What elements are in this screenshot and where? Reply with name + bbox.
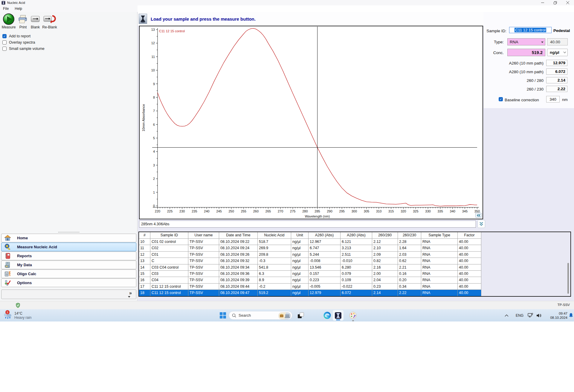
sidebar-item-label: Reports <box>17 254 32 258</box>
table-cell: ng/µl <box>291 258 309 264</box>
small-sample-volume-checkbox[interactable]: Small sample volume <box>2 47 45 51</box>
table-header-cell: A260 (Abs) <box>309 232 341 239</box>
sidebar-item-reports[interactable]: Reports <box>1 252 136 260</box>
volume-icon[interactable] <box>536 309 542 321</box>
sidebar-item-my-data[interactable]: My Data <box>1 261 136 269</box>
type-dropdown[interactable]: RNA <box>507 38 545 45</box>
sample-id-input[interactable]: C11 12 15 control <box>509 27 552 33</box>
table-cell: 6.3 <box>258 271 291 277</box>
spectrum-plot[interactable]: 2202252302352402452502552602652702752802… <box>140 26 483 219</box>
table-cell: C <box>150 258 188 264</box>
menu-file[interactable]: File <box>0 7 12 11</box>
unit-dropdown[interactable]: ng/µl <box>547 49 568 56</box>
table-header-cell: Sample Type <box>421 232 458 239</box>
edge-browser-icon[interactable] <box>323 312 331 319</box>
app-pedestal-icon <box>1 1 5 5</box>
svg-text:2: 2 <box>153 177 155 180</box>
clock[interactable]: 09:4708.10.2024 <box>548 309 567 321</box>
add-to-report-checkbox[interactable]: Add to report <box>2 34 30 38</box>
factor-field[interactable]: 40.00 <box>547 38 568 45</box>
restore-button[interactable] <box>549 0 561 5</box>
baseline-correction-checkbox[interactable] <box>499 97 505 101</box>
close-button[interactable] <box>561 0 574 5</box>
sidebar-item-oligo-calc[interactable]: Oligo Calc <box>1 270 136 278</box>
table-row[interactable]: 17C11 12 15 controlTP-SSV08.10.2024 09:4… <box>139 284 570 290</box>
baseline-wavelength-field[interactable]: 340 <box>546 96 560 102</box>
unit-value: ng/µl <box>550 50 559 55</box>
search-input[interactable]: Search <box>229 311 292 320</box>
sidebar-item-home[interactable]: Home <box>1 234 136 242</box>
table-cell: 5.244 <box>309 252 341 258</box>
results-table-grid: #Sample IDUser nameDate and TimeNucleic … <box>139 232 570 296</box>
print-button[interactable]: Print <box>17 13 29 29</box>
sidebar-item-label: Oligo Calc <box>17 272 36 276</box>
svg-text:9: 9 <box>153 82 155 86</box>
measure-button[interactable]: Measure <box>1 13 17 29</box>
left-panel: Measure Print Blank <box>0 12 138 301</box>
pedestal-photo-icon <box>139 14 147 24</box>
svg-text:290: 290 <box>327 209 332 213</box>
sidebar-nav: Home Measure Nucleic Acid <box>0 233 138 287</box>
table-cell: 2.28 <box>398 239 421 245</box>
menu-bar: File Help <box>0 5 138 12</box>
minimize-button[interactable] <box>536 0 549 5</box>
weather-widget[interactable]: 1 14°C Heavy rain <box>2 310 47 321</box>
table-row[interactable]: 11C02TP-SSV08.10.2024 09:24269.9ng/µl6.7… <box>139 245 570 251</box>
overlay-spectra-checkbox[interactable]: Overlay spectra <box>2 40 35 45</box>
paint-app-icon[interactable] <box>349 312 357 319</box>
table-cell: 0.157 <box>309 271 341 277</box>
file-cabinet-icon <box>4 261 11 269</box>
results-table: #Sample IDUser nameDate and TimeNucleic … <box>138 232 571 297</box>
table-scrollbar[interactable] <box>567 263 569 294</box>
table-expand-button[interactable] <box>477 220 485 228</box>
table-cell: TP-SSV <box>188 290 219 296</box>
sidebar-item-measure-nucleic-acid[interactable]: Measure Nucleic Acid <box>1 243 136 251</box>
tray-chevron-up[interactable] <box>505 309 509 321</box>
printer-icon <box>18 13 28 25</box>
notification-bell-icon[interactable] <box>569 309 573 321</box>
table-header-cell: # <box>139 232 150 239</box>
a260-label: A260 (10 mm path) <box>478 61 544 65</box>
concentration-field[interactable]: 519.2 <box>507 49 545 56</box>
cursor-readout-text: 285nm 4.306Abs <box>141 222 170 226</box>
table-row[interactable]: 15C03TP-SSV08.10.2024 09:366.3ng/µl0.157… <box>139 271 570 277</box>
blank-button[interactable]: Blank <box>30 13 41 29</box>
sidebar-item-label: Home <box>17 236 28 240</box>
table-cell: 08.10.2024 09:34 <box>219 264 258 271</box>
table-row[interactable]: 13CTP-SSV08.10.2024 09:32-0.3ng/µl-0.008… <box>139 258 570 264</box>
menu-help[interactable]: Help <box>12 7 25 11</box>
sidebar-collapse-button[interactable]: » <box>1 290 136 299</box>
sidebar-item-options[interactable]: Options <box>1 278 136 287</box>
table-cell: 11 <box>139 245 150 251</box>
rain-cloud-icon: 1 <box>2 310 13 321</box>
language-indicator[interactable]: ENG <box>516 309 523 321</box>
svg-text:250: 250 <box>229 209 234 213</box>
reblank-button[interactable]: Re-Blank <box>42 13 58 29</box>
table-row[interactable]: 10C01 02 controlTP-SSV08.10.2024 09:2251… <box>139 239 570 245</box>
table-row[interactable]: 16C04TP-SSV08.10.2024 09:398.9ng/µl0.223… <box>139 277 570 283</box>
table-cell: C03 C04 control <box>150 264 188 271</box>
table-row[interactable]: 12C01TP-SSV08.10.2024 09:26209.8ng/µl5.2… <box>139 252 570 258</box>
network-icon[interactable] <box>528 309 534 321</box>
double-chevron-down-icon <box>479 222 483 226</box>
table-cell: 08.10.2024 09:22 <box>219 239 258 245</box>
table-cell: 2.09 <box>372 252 398 258</box>
table-cell: 08.10.2024 09:24 <box>219 245 258 251</box>
spectrum-chart[interactable]: 2202252302352402452502552602652702752802… <box>139 26 483 219</box>
nucleic-acid-app-taskbar-icon[interactable] <box>333 310 344 321</box>
table-cell: 08.10.2024 09:47 <box>219 290 258 296</box>
start-button[interactable] <box>220 312 226 318</box>
table-cell: 2.04 <box>372 277 398 283</box>
table-row[interactable]: 14C03 C04 controlTP-SSV08.10.2024 09:345… <box>139 264 570 271</box>
blank-label: Blank <box>31 25 40 29</box>
table-cell: ng/µl <box>291 245 309 251</box>
conc-label: Conc. <box>484 50 504 55</box>
table-header-cell: A280 (Abs) <box>341 232 372 239</box>
table-row[interactable]: 18C11 12 15 controlTP-SSV08.10.2024 09:4… <box>139 290 570 296</box>
taskbar: 1 14°C Heavy rain Search <box>0 309 574 321</box>
table-cell: 2.511 <box>341 252 372 258</box>
task-view-button[interactable] <box>297 312 304 319</box>
table-cell: ng/µl <box>291 271 309 277</box>
chart-collapse-button[interactable] <box>475 213 482 218</box>
svg-text:6: 6 <box>153 123 155 126</box>
